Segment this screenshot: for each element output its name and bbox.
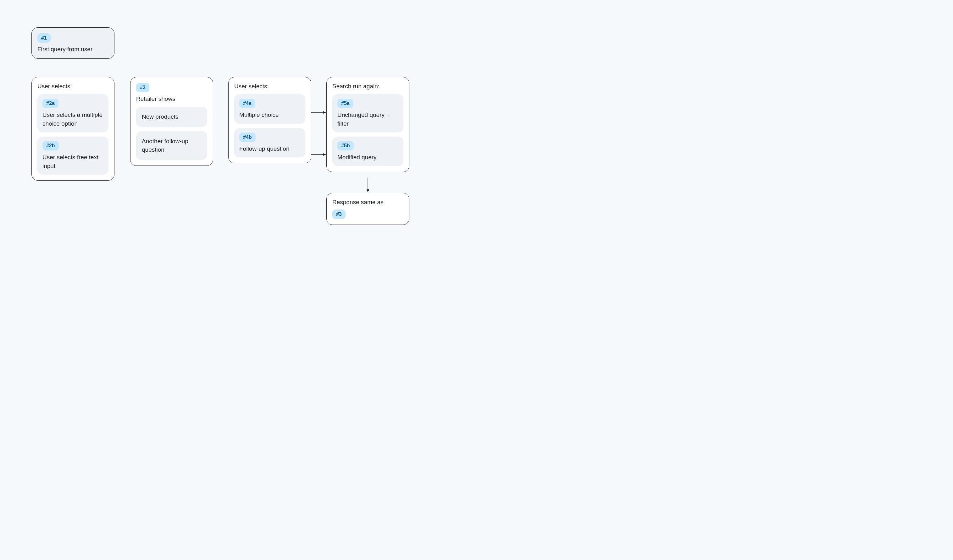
tag-5a: #5a: [337, 99, 354, 108]
sub-new-products: New products: [136, 107, 207, 127]
sub-5a: #5a Unchanged query + filter: [332, 94, 404, 132]
diagram-canvas: #1 First query from user User selects: #…: [0, 0, 472, 277]
sub-text: Unchanged query + filter: [337, 111, 398, 128]
sub-5b: #5b Modified query: [332, 137, 404, 166]
sub-text: Multiple choice: [239, 111, 300, 119]
tag-4a: #4a: [239, 99, 255, 108]
tag-2b: #2b: [42, 141, 59, 150]
node-first-query: #1 First query from user: [31, 27, 115, 59]
node-text: First query from user: [37, 46, 109, 53]
node-title: User selects:: [37, 83, 109, 90]
sub-followup: Another follow-up question: [136, 131, 207, 160]
tag-3: #3: [136, 83, 149, 92]
node-user-selects-4: User selects: #4a Multiple choice #4b Fo…: [228, 77, 311, 163]
sub-text: User selects a multiple choice option: [42, 111, 104, 128]
tag-2a: #2a: [42, 99, 59, 108]
node-response-same-as: Response same as #3: [326, 193, 409, 225]
sub-2a: #2a User selects a multiple choice optio…: [37, 94, 109, 132]
node-title: User selects:: [234, 83, 305, 90]
node-retailer-shows: #3 Retailer shows New products Another f…: [130, 77, 213, 166]
node-search-run-again: Search run again: #5a Unchanged query + …: [326, 77, 409, 172]
node-user-selects-2: User selects: #2a User selects a multipl…: [31, 77, 115, 181]
sub-text: User selects free text input: [42, 153, 104, 170]
node-title: Response same as: [332, 199, 404, 206]
sub-text: Modified query: [337, 153, 398, 162]
tag-5b: #5b: [337, 141, 354, 150]
node-title: Retailer shows: [136, 96, 207, 102]
sub-text: Follow-up question: [239, 144, 300, 153]
sub-4b: #4b Follow-up question: [234, 128, 305, 158]
sub-2b: #2b User selects free text input: [37, 137, 109, 175]
sub-4a: #4a Multiple choice: [234, 94, 305, 124]
node-title: Search run again:: [332, 83, 404, 90]
tag-4b: #4b: [239, 133, 256, 142]
tag-3-ref: #3: [332, 209, 346, 219]
tag-1: #1: [37, 33, 51, 43]
